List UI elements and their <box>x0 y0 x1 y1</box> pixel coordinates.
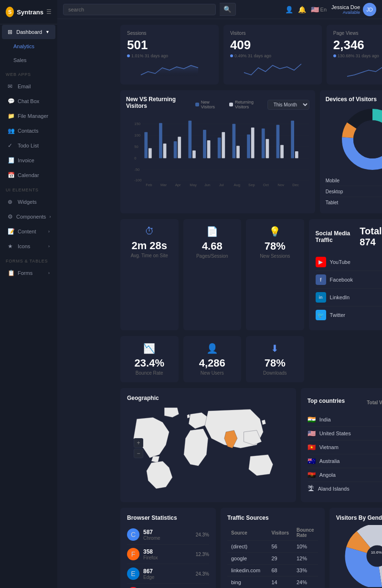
ui-elements-section: UI ELEMENTS <box>0 183 57 194</box>
chart-title: New VS Returning Visitors <box>126 96 195 109</box>
chart-legend: New Visitors Returning Visitors <box>195 100 267 109</box>
traffic-bounce: 24% <box>293 577 318 588</box>
countries-total-label: Total Visits: <box>367 400 382 405</box>
sidebar-item-components[interactable]: ⚙ Components › <box>2 210 55 224</box>
mobile-label: Mobile <box>326 178 340 183</box>
visitors-card: Visitors 409 0.49% 31 days ago <box>223 25 322 84</box>
sidebar-item-calendar[interactable]: 📅 Calendar <box>2 168 55 182</box>
sidebar-item-invoice[interactable]: 🧾 Invoice <box>2 153 55 168</box>
sidebar-item-widgets[interactable]: ⊕ Widgets <box>2 195 55 209</box>
chart-filter-select[interactable]: This Month <box>267 100 309 110</box>
users-icon: 👤 <box>190 343 235 354</box>
user-profile[interactable]: Jessica Doe Available JD <box>331 3 376 16</box>
sidebar-item-dashboard[interactable]: ⊞ Dashboard ▼ <box>2 25 55 39</box>
components-icon: ⚙ <box>8 213 13 220</box>
downloads-value: 78% <box>253 357 297 369</box>
svg-text:Aug: Aug <box>233 183 240 187</box>
pages-icon: 📄 <box>190 226 235 237</box>
sidebar-item-forms[interactable]: 📋 Forms › <box>2 266 55 280</box>
firefox-info: 358 Firefox <box>143 548 192 560</box>
svg-rect-14 <box>159 123 162 158</box>
angola-flag: 🇦🇴 <box>308 471 316 479</box>
col-source: Source <box>227 525 267 541</box>
social-twitter: 🐦 Twitter 97 <box>316 306 382 324</box>
new-sessions-value: 78% <box>253 240 297 252</box>
legend-returning-dot <box>229 103 233 106</box>
country-list: 🇮🇳 India 647 🇺🇸 United States 435 🇻🇳 Vie… <box>308 413 382 495</box>
widgets-icon: ⊕ <box>8 199 14 205</box>
traffic-bounce: 10% <box>293 541 318 553</box>
visitors-sub-text: 0.49% 31 days ago <box>234 53 271 58</box>
downloads-label: Downloads <box>253 370 297 376</box>
social-media-card: Social Media Traffic Total Visits: 874 ▶… <box>309 219 382 330</box>
svg-text:May: May <box>190 183 197 187</box>
sessions-value: 501 <box>127 38 212 52</box>
sidebar-item-chatbox[interactable]: 💬 Chat Box <box>2 94 55 108</box>
sidebar-item-email[interactable]: ✉ Email <box>2 79 55 94</box>
social-title: Social Media Traffic <box>316 230 360 243</box>
search-input[interactable] <box>63 4 216 15</box>
gender-card: Visitors By Gender 10.6% 35.9% Male <box>329 508 382 588</box>
svg-rect-13 <box>149 148 152 158</box>
sessions-label: Sessions <box>127 31 212 36</box>
visitors-value: 409 <box>230 38 315 52</box>
svg-text:-50: -50 <box>134 168 139 172</box>
metrics-row2: 📉 23.4% Bounce Rate 👤 4,286 New Users ⬇ … <box>120 336 382 382</box>
facebook-name: Facebook <box>330 277 382 283</box>
svg-rect-16 <box>174 141 177 158</box>
search-button[interactable]: 🔍 <box>220 3 236 16</box>
contacts-icon: 👥 <box>8 127 14 134</box>
sidebar-item-sales[interactable]: Sales <box>2 53 55 67</box>
icons-label: Icons <box>18 243 30 249</box>
bounce-rate-card: 📉 23.4% Bounce Rate <box>120 336 179 382</box>
sidebar-item-content[interactable]: 📝 Content › <box>2 224 55 239</box>
notification-icon[interactable]: 👤 <box>285 6 293 13</box>
svg-text:Nov: Nov <box>277 183 284 187</box>
us-flag: 🇺🇸 <box>308 430 316 437</box>
pageviews-sub-text: 130.68% 31 days ago <box>338 53 379 58</box>
world-map: + − <box>127 405 289 491</box>
dashboard-label: Dashboard <box>16 29 42 35</box>
twitter-icon: 🐦 <box>316 310 326 320</box>
components-label: Components <box>16 214 46 220</box>
svg-text:Mar: Mar <box>160 183 167 187</box>
messages-icon[interactable]: 🔔 <box>298 6 306 13</box>
country-us: 🇺🇸 United States 435 <box>308 427 382 441</box>
new-sessions-label: New Sessions <box>253 253 297 259</box>
map-zoom-in[interactable]: + <box>134 438 143 448</box>
vietnam-flag: 🇻🇳 <box>308 443 316 451</box>
new-users-card: 👤 4,286 New Users <box>183 336 242 382</box>
sidebar-item-icons[interactable]: ★ Icons › <box>2 239 55 253</box>
donut-chart-svg <box>341 108 382 170</box>
sidebar-item-todolist[interactable]: ✓ Todo List <box>2 138 55 153</box>
user-name: Jessica Doe <box>331 4 360 10</box>
traffic-bounce: 33% <box>293 565 318 577</box>
edge-info: 867 Edge <box>143 568 192 580</box>
language-selector[interactable]: 🇺🇸 En <box>311 6 327 13</box>
firefox-pct: 12.3% <box>196 552 209 557</box>
sessions-icon: 💡 <box>253 226 297 237</box>
calendar-label: Calendar <box>18 172 39 178</box>
avg-time-value: 2m 28s <box>127 240 172 252</box>
map-zoom-out[interactable]: − <box>134 449 143 458</box>
todolist-icon: ✓ <box>8 142 14 149</box>
linkedin-icon: in <box>316 292 326 303</box>
content-icon: 📝 <box>8 228 14 235</box>
sidebar-item-filemanager[interactable]: 📁 File Manager <box>2 109 55 123</box>
main-content: Sessions 501 1.01% 31 days ago Visitors … <box>115 19 382 588</box>
avg-time-label: Avg. Time on Site <box>127 253 172 258</box>
chart-header: New VS Returning Visitors New Visitors R… <box>126 96 309 113</box>
chevron-down-icon: ▼ <box>45 30 50 34</box>
legend-new-dot <box>195 103 199 106</box>
svg-text:Apr: Apr <box>175 183 181 187</box>
sidebar-item-contacts[interactable]: 👥 Contacts <box>2 124 55 138</box>
chrome-pct: 24.3% <box>196 532 209 537</box>
sidebar-item-analytics[interactable]: Analytics <box>2 40 55 53</box>
traffic-table: Source Visitors Bounce Rate (direct)5610… <box>227 525 318 588</box>
sessions-sub-text: 1.01% 31 days ago <box>131 53 168 58</box>
pageviews-label: Page Views <box>333 31 382 36</box>
hamburger-icon[interactable]: ☰ <box>46 9 52 15</box>
svg-text:10.6%: 10.6% <box>371 550 382 555</box>
browser-edge: E 867 Edge 24.3% <box>127 564 209 584</box>
youtube-icon: ▶ <box>316 257 326 267</box>
